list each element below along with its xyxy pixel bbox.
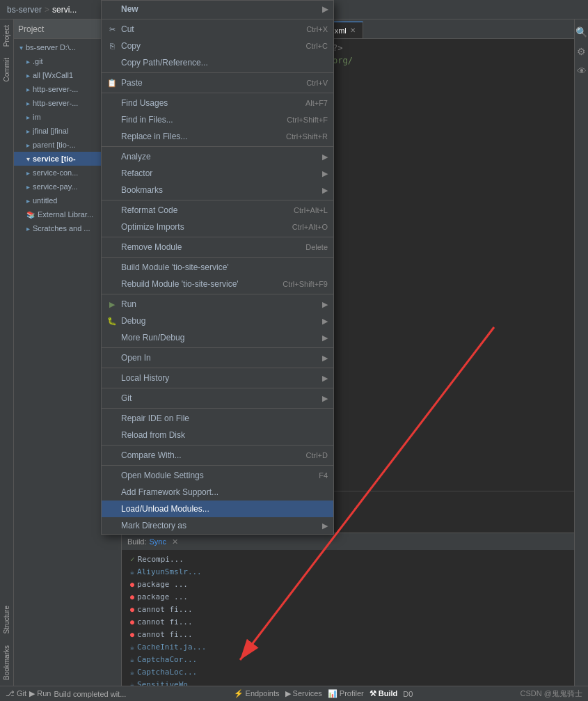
build-item-captcha-cor[interactable]: ☕ CaptchaCor... bbox=[127, 653, 569, 665]
build-tab[interactable]: ⚒ Build bbox=[370, 689, 398, 698]
find-usages-label: Find Usages bbox=[121, 98, 168, 108]
open-in-arrow: ▶ bbox=[322, 354, 328, 363]
menu-item-git[interactable]: Git ▶ bbox=[102, 390, 333, 407]
build-item-recompile: ✓ Recompi... bbox=[127, 553, 569, 565]
menu-item-add-framework[interactable]: Add Framework Support... bbox=[102, 484, 333, 501]
menu-item-refactor[interactable]: Refactor ▶ bbox=[102, 165, 333, 182]
context-menu: New ▶ ✂ Cut Ctrl+X ⎘ Copy Ctrl+C Copy Pa… bbox=[101, 0, 334, 535]
separator-10 bbox=[102, 368, 333, 368]
build-item-sensitive[interactable]: ☕ SensitiveWo... bbox=[127, 678, 569, 686]
build-item-captcha-loc[interactable]: ☕ CaptchaLoc... bbox=[127, 665, 569, 678]
repair-ide-label: Repair IDE on File bbox=[121, 413, 189, 423]
open-in-label: Open In bbox=[121, 353, 151, 363]
menu-item-more-run[interactable]: More Run/Debug ▶ bbox=[102, 329, 333, 346]
optimize-label: Optimize Imports bbox=[121, 222, 184, 232]
separator-13 bbox=[102, 445, 333, 446]
separator-1 bbox=[102, 19, 333, 19]
menu-item-reformat[interactable]: Reformat Code Ctrl+Alt+L bbox=[102, 202, 333, 219]
menu-item-copy-path[interactable]: Copy Path/Reference... bbox=[102, 54, 333, 71]
menu-item-open-in[interactable]: Open In ▶ bbox=[102, 349, 333, 366]
reload-disk-label: Reload from Disk bbox=[121, 430, 185, 440]
separator-8 bbox=[102, 294, 333, 294]
build-close[interactable]: ✕ bbox=[172, 537, 178, 546]
more-run-label: More Run/Debug bbox=[121, 333, 184, 342]
optimize-shortcut: Ctrl+Alt+O bbox=[292, 223, 328, 231]
menu-item-reload-disk[interactable]: Reload from Disk bbox=[102, 427, 333, 443]
new-label: New bbox=[121, 4, 138, 14]
sync-label[interactable]: Sync bbox=[150, 537, 166, 546]
status-left: ⎇ Git ▶ Run Build completed wit... bbox=[6, 689, 126, 698]
separator-5 bbox=[102, 200, 333, 200]
menu-item-replace-files[interactable]: Replace in Files... Ctrl+Shift+R bbox=[102, 128, 333, 145]
build-item-cache[interactable]: ☕ CacheInit.ja... bbox=[127, 640, 569, 653]
menu-item-bookmarks[interactable]: Bookmarks ▶ bbox=[102, 182, 333, 198]
menu-item-new[interactable]: New ▶ bbox=[102, 1, 333, 17]
menu-item-analyze[interactable]: Analyze ▶ bbox=[102, 148, 333, 165]
menu-item-find-files[interactable]: Find in Files... Ctrl+Shift+F bbox=[102, 111, 333, 128]
right-icon-settings[interactable]: ⚙ bbox=[577, 42, 586, 61]
new-arrow: ▶ bbox=[322, 5, 328, 14]
menu-item-build-module[interactable]: Build Module 'tio-site-service' bbox=[102, 259, 333, 276]
run-status[interactable]: ▶ Run bbox=[29, 689, 51, 698]
mark-directory-arrow: ▶ bbox=[322, 521, 328, 530]
remove-module-shortcut: Delete bbox=[305, 243, 328, 251]
left-tab-commit[interactable]: Commit bbox=[1, 52, 12, 87]
menu-item-local-history[interactable]: Local History ▶ bbox=[102, 370, 333, 386]
build-item-pkg1[interactable]: ● package ... bbox=[127, 578, 569, 590]
build-item-pkg2[interactable]: ● package ... bbox=[127, 590, 569, 603]
menu-item-remove-module[interactable]: Remove Module Delete bbox=[102, 239, 333, 255]
profiler-tab[interactable]: 📊 Profiler bbox=[328, 689, 364, 698]
menu-item-rebuild-module[interactable]: Rebuild Module 'tio-site-service' Ctrl+S… bbox=[102, 276, 333, 292]
git-arrow: ▶ bbox=[322, 394, 328, 403]
local-history-arrow: ▶ bbox=[322, 374, 328, 383]
build-item-cannot3[interactable]: ● cannot fi... bbox=[127, 628, 569, 640]
menu-item-find-usages[interactable]: Find Usages Alt+F7 bbox=[102, 95, 333, 111]
services-tab[interactable]: ▶ Services bbox=[285, 689, 322, 698]
paste-label: Paste bbox=[121, 78, 143, 88]
left-tab-structure[interactable]: Structure bbox=[1, 600, 12, 640]
menu-item-compare-with[interactable]: Compare With... Ctrl+D bbox=[102, 447, 333, 464]
cut-icon: ✂ bbox=[107, 25, 117, 34]
menu-item-copy[interactable]: ⎘ Copy Ctrl+C bbox=[102, 38, 333, 54]
build-item-cannot1[interactable]: ● cannot fi... bbox=[127, 603, 569, 615]
bottom-panel: Build: Sync ✕ ✓ Recompi... ☕ AliyunSmslr… bbox=[122, 533, 574, 686]
tab-pom-close[interactable]: ✕ bbox=[350, 26, 356, 34]
bottom-content: ✓ Recompi... ☕ AliyunSmslr... ● package … bbox=[122, 550, 574, 686]
compare-with-label: Compare With... bbox=[121, 450, 182, 460]
menu-item-cut[interactable]: ✂ Cut Ctrl+X bbox=[102, 21, 333, 38]
menu-item-mark-directory[interactable]: Mark Directory as ▶ bbox=[102, 517, 333, 534]
right-icon-eye[interactable]: 👁 bbox=[577, 61, 587, 81]
menu-item-optimize[interactable]: Optimize Imports Ctrl+Alt+O bbox=[102, 219, 333, 235]
project-label: Project bbox=[18, 24, 44, 34]
left-tab-project[interactable]: Project bbox=[1, 19, 12, 52]
load-unload-label: Load/Unload Modules... bbox=[121, 504, 209, 514]
left-tab-strip: Project Commit Structure Bookmarks bbox=[0, 19, 14, 686]
menu-item-load-unload[interactable]: Load/Unload Modules... bbox=[102, 501, 333, 517]
breadcrumb-sep: > bbox=[45, 5, 49, 15]
d0-tab[interactable]: D0 bbox=[403, 690, 413, 698]
paste-icon: 📋 bbox=[107, 79, 117, 88]
menu-item-repair-ide[interactable]: Repair IDE on File bbox=[102, 410, 333, 427]
right-icon-search[interactable]: 🔍 bbox=[575, 22, 587, 42]
endpoints-tab[interactable]: ⚡ Endpoints bbox=[234, 689, 280, 698]
run-icon: ▶ bbox=[107, 300, 117, 309]
menu-item-debug[interactable]: 🐛 Debug ▶ bbox=[102, 313, 333, 329]
menu-item-paste[interactable]: 📋 Paste Ctrl+V bbox=[102, 74, 333, 91]
git-label: Git bbox=[121, 393, 132, 403]
separator-9 bbox=[102, 347, 333, 348]
remove-module-label: Remove Module bbox=[121, 242, 182, 252]
separator-11 bbox=[102, 388, 333, 388]
separator-12 bbox=[102, 408, 333, 409]
left-tab-bookmarks[interactable]: Bookmarks bbox=[1, 640, 12, 686]
cut-label: Cut bbox=[121, 24, 134, 34]
git-status[interactable]: ⎇ Git bbox=[6, 689, 26, 698]
status-bar: ⎇ Git ▶ Run Build completed wit... ⚡ End… bbox=[0, 686, 588, 701]
menu-item-run[interactable]: ▶ Run ▶ bbox=[102, 296, 333, 313]
build-item-cannot2[interactable]: ● cannot fi... bbox=[127, 615, 569, 628]
run-arrow: ▶ bbox=[322, 300, 328, 309]
status-right: CSDN @鬼鬼骑士 bbox=[521, 688, 582, 699]
find-files-shortcut: Ctrl+Shift+F bbox=[287, 116, 328, 124]
build-item-aliyun[interactable]: ☕ AliyunSmslr... bbox=[127, 565, 569, 578]
bookmarks-arrow: ▶ bbox=[322, 186, 328, 195]
menu-item-open-module-settings[interactable]: Open Module Settings F4 bbox=[102, 467, 333, 484]
